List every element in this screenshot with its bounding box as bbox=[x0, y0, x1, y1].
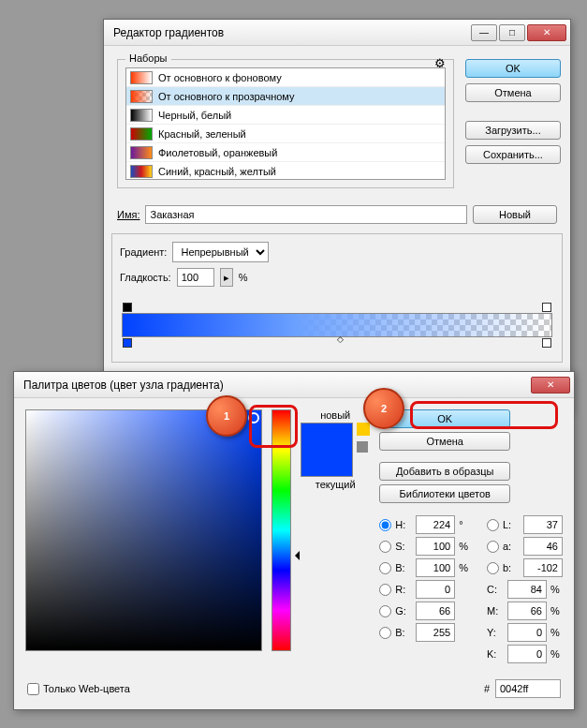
a-input[interactable] bbox=[523, 537, 563, 556]
g-radio[interactable] bbox=[379, 605, 391, 617]
bl-radio[interactable] bbox=[379, 627, 391, 639]
name-input[interactable] bbox=[145, 205, 467, 224]
g-input[interactable] bbox=[416, 602, 455, 620]
percent-label: % bbox=[239, 272, 248, 283]
preset-row[interactable]: Фиолетовый, оранжевый bbox=[126, 143, 445, 162]
m-input[interactable] bbox=[507, 602, 547, 620]
lab-b-input[interactable] bbox=[523, 558, 563, 577]
cube-icon[interactable] bbox=[357, 441, 368, 453]
gradient-editor-titlebar[interactable]: Редактор градиентов — □ ✕ bbox=[104, 20, 570, 46]
callout-marker-2: 2 bbox=[363, 388, 404, 429]
color-picker-titlebar[interactable]: Палитра цветов (цвет узла градиента) ✕ bbox=[14, 372, 574, 398]
s-input[interactable] bbox=[416, 537, 455, 556]
hex-input[interactable] bbox=[495, 679, 561, 698]
window-title: Редактор градиентов bbox=[113, 26, 471, 39]
preset-row[interactable]: От основного к прозрачному bbox=[126, 87, 445, 106]
cancel-button[interactable]: Отмена bbox=[465, 83, 561, 102]
preset-row[interactable]: Черный, белый bbox=[126, 106, 445, 125]
new-label: новый bbox=[320, 409, 350, 421]
highlight-box-1 bbox=[249, 405, 298, 448]
y-input[interactable] bbox=[507, 623, 547, 642]
s-radio[interactable] bbox=[379, 541, 391, 553]
web-only-checkbox[interactable]: Только Web-цвета bbox=[27, 683, 130, 695]
lab-b-radio[interactable] bbox=[487, 562, 499, 574]
color-stop[interactable] bbox=[123, 338, 132, 348]
l-input[interactable] bbox=[523, 515, 563, 534]
c-input[interactable] bbox=[507, 580, 547, 599]
midpoint-icon[interactable]: ◇ bbox=[337, 334, 344, 344]
gradient-bar[interactable]: ◇ bbox=[122, 313, 552, 337]
a-radio[interactable] bbox=[487, 541, 499, 553]
load-button[interactable]: Загрузить... bbox=[465, 121, 561, 140]
add-swatch-button[interactable]: Добавить в образцы bbox=[379, 462, 510, 481]
gradient-type-select[interactable]: Непрерывный bbox=[172, 242, 269, 262]
close-button[interactable]: ✕ bbox=[527, 24, 566, 41]
hue-slider-thumb[interactable] bbox=[290, 551, 300, 560]
presets-label: Наборы bbox=[125, 52, 171, 64]
b-input[interactable] bbox=[416, 558, 455, 577]
color-libraries-button[interactable]: Библиотеки цветов bbox=[379, 484, 510, 503]
opacity-stop[interactable] bbox=[123, 303, 132, 312]
color-stop[interactable] bbox=[542, 338, 551, 348]
l-radio[interactable] bbox=[487, 519, 499, 531]
preset-list[interactable]: От основного к фоновому От основного к п… bbox=[125, 67, 446, 180]
k-input[interactable] bbox=[507, 645, 547, 663]
bl-input[interactable] bbox=[416, 623, 455, 642]
smoothness-label: Гладкость: bbox=[120, 272, 171, 283]
window-title: Палитра цветов (цвет узла градиента) bbox=[23, 379, 531, 392]
b-radio[interactable] bbox=[379, 562, 391, 574]
ok-button[interactable]: OK bbox=[465, 59, 561, 78]
save-button[interactable]: Сохранить... bbox=[465, 145, 561, 164]
preset-row[interactable]: От основного к фоновому bbox=[126, 68, 445, 87]
preset-row[interactable]: Красный, зеленый bbox=[126, 125, 445, 143]
callout-marker-1: 1 bbox=[206, 395, 247, 437]
gradient-editor-window: Редактор градиентов — □ ✕ Наборы От осно… bbox=[103, 19, 571, 412]
minimize-button[interactable]: — bbox=[471, 24, 497, 41]
new-current-swatch[interactable] bbox=[301, 423, 353, 477]
gradient-settings: Градиент: Непрерывный Гладкость: ▸ % ◇ bbox=[111, 233, 563, 363]
gradient-type-label: Градиент: bbox=[120, 246, 167, 258]
new-button[interactable]: Новый bbox=[473, 205, 557, 224]
color-field[interactable] bbox=[25, 409, 262, 651]
opacity-stop[interactable] bbox=[542, 303, 551, 312]
preset-row[interactable]: Синий, красный, желтый bbox=[126, 162, 445, 180]
r-radio[interactable] bbox=[379, 584, 391, 596]
r-input[interactable] bbox=[416, 580, 455, 599]
smoothness-input[interactable] bbox=[177, 268, 214, 287]
warning-icon[interactable] bbox=[357, 423, 370, 436]
gear-icon[interactable] bbox=[434, 56, 446, 70]
presets-fieldset: Наборы От основного к фоновому От основн… bbox=[117, 59, 454, 188]
chevron-right-icon[interactable]: ▸ bbox=[220, 268, 233, 287]
close-button[interactable]: ✕ bbox=[531, 377, 570, 394]
h-input[interactable] bbox=[416, 515, 455, 534]
highlight-box-2 bbox=[410, 401, 558, 429]
name-label: Имя: bbox=[117, 209, 139, 220]
maximize-button[interactable]: □ bbox=[499, 24, 525, 41]
current-label: текущий bbox=[316, 479, 356, 490]
cancel-button[interactable]: Отмена bbox=[379, 432, 510, 451]
hash-label: # bbox=[484, 683, 490, 694]
h-radio[interactable] bbox=[379, 519, 391, 531]
